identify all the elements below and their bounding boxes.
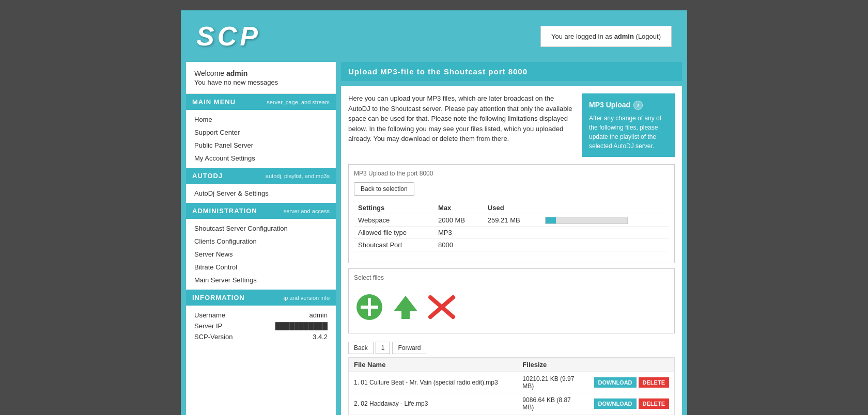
- welcome-box: Welcome admin You have no new messages: [186, 62, 336, 94]
- setting-filetype: Allowed file type: [354, 227, 434, 239]
- file-actions-cell: DOWNLOAD DELETE: [589, 393, 674, 414]
- page-title: Upload MP3-file to the Shoutcast port 80…: [348, 67, 528, 76]
- outer-wrapper: SCP You are logged in as admin (Logout) …: [0, 0, 868, 415]
- files-table-wrapper: File Name Filesize 1. 01 Culture Beat - …: [348, 357, 675, 415]
- upload-file-svg: [392, 293, 420, 321]
- menu-item-account[interactable]: My Account Settings: [186, 152, 336, 165]
- welcome-prefix: Welcome: [194, 69, 226, 77]
- logo: SCP: [196, 21, 261, 52]
- logout-link[interactable]: Logout: [638, 33, 659, 40]
- max-webspace: 2000 MB: [434, 214, 484, 227]
- file-actions-cell: DOWNLOAD DELETE: [589, 372, 674, 393]
- file-action-icons: [354, 286, 669, 328]
- bar-port: [541, 239, 669, 251]
- info-menu-label: INFORMATION: [192, 294, 245, 301]
- file-action-buttons: DOWNLOAD DELETE: [594, 398, 669, 409]
- setting-port: Shoutcast Port: [354, 239, 434, 251]
- info-value-serverip: ███████████: [275, 322, 328, 330]
- content-panel: Here you can upload your MP3 files, whic…: [341, 86, 682, 415]
- col-header-bar: [541, 202, 669, 214]
- files-table-header-row: File Name Filesize: [349, 358, 674, 372]
- setting-webspace: Webspace: [354, 214, 434, 227]
- info-label-serverip: Server IP: [194, 322, 222, 330]
- file-name-cell: 2. 02 Haddaway - Life.mp3: [349, 393, 517, 414]
- menu-item-shoutcast-config[interactable]: Shoutcast Server Configuration: [186, 222, 336, 235]
- delete-file-svg: [426, 293, 457, 321]
- menu-item-bitrate[interactable]: Bitrate Control: [186, 261, 336, 274]
- info-value-version: 3.4.2: [313, 333, 328, 341]
- table-row: Allowed file type MP3: [354, 227, 669, 239]
- select-files-title: Select files: [354, 274, 669, 281]
- top-description-area: Here you can upload your MP3 files, whic…: [341, 86, 682, 164]
- forward-button[interactable]: Forward: [392, 342, 426, 354]
- sidebar: Welcome admin You have no new messages M…: [186, 62, 336, 415]
- info-label-username: Username: [194, 311, 225, 319]
- mp3-upload-info-box: MP3 Upload i After any change of any of …: [582, 93, 675, 157]
- autodj-menu-header: AUTODJ autodj, playlist, and mp3s: [186, 168, 336, 184]
- svg-rect-2: [361, 306, 378, 309]
- mp3-info-title-text: MP3 Upload: [589, 100, 630, 110]
- col-header-actions: [589, 358, 674, 372]
- info-label-version: SCP-Version: [194, 333, 233, 341]
- select-files-box: Select files: [348, 268, 675, 333]
- delete-button[interactable]: DELETE: [639, 377, 669, 388]
- main-menu-header: MAIN MENU server, page, and stream: [186, 94, 336, 110]
- max-filetype: MP3: [434, 227, 484, 239]
- menu-item-public-panel[interactable]: Public Panel Server: [186, 139, 336, 152]
- settings-table: Settings Max Used Webspace 2000 MB: [354, 202, 669, 251]
- autodj-menu-items: AutoDj Server & Settings: [186, 184, 336, 203]
- download-button[interactable]: DOWNLOAD: [594, 377, 637, 388]
- file-size-cell: 9086.64 KB (8.87 MB): [517, 393, 588, 414]
- delete-file-icon[interactable]: [426, 292, 457, 323]
- mp3-info-body: After any change of any of the following…: [589, 114, 668, 151]
- col-header-filename: File Name: [349, 358, 517, 372]
- col-header-settings: Settings: [354, 202, 434, 214]
- upload-file-icon[interactable]: [390, 292, 421, 323]
- main-container: SCP You are logged in as admin (Logout) …: [181, 10, 687, 415]
- download-button[interactable]: DOWNLOAD: [594, 398, 637, 409]
- menu-item-autodj-settings[interactable]: AutoDj Server & Settings: [186, 187, 336, 200]
- table-row: Webspace 2000 MB 259.21 MB: [354, 214, 669, 227]
- login-status-box: You are logged in as admin (Logout): [540, 26, 672, 47]
- back-to-selection-button[interactable]: Back to selection: [354, 182, 414, 196]
- content-area: Welcome admin You have no new messages M…: [181, 62, 687, 415]
- admin-menu-items: Shoutcast Server Configuration Clients C…: [186, 219, 336, 290]
- table-row: 2. 02 Haddaway - Life.mp3 9086.64 KB (8.…: [349, 393, 674, 414]
- used-filetype: [484, 227, 541, 239]
- main-menu-label: MAIN MENU: [192, 98, 236, 106]
- menu-item-support[interactable]: Support Center: [186, 126, 336, 139]
- delete-button[interactable]: DELETE: [639, 398, 669, 409]
- menu-item-server-settings[interactable]: Main Server Settings: [186, 274, 336, 286]
- upload-section-title: MP3 Upload to the port 8000: [354, 170, 669, 177]
- login-status-text: You are logged in as: [551, 33, 614, 40]
- used-port: [484, 239, 541, 251]
- add-file-icon[interactable]: [354, 292, 385, 323]
- upload-section: MP3 Upload to the port 8000 Back to sele…: [348, 164, 675, 263]
- add-file-svg: [355, 293, 383, 321]
- main-menu-items: Home Support Center Public Panel Server …: [186, 110, 336, 168]
- page-1-button[interactable]: 1: [376, 342, 391, 354]
- col-header-max: Max: [434, 202, 484, 214]
- admin-menu-label: ADMINISTRATION: [192, 207, 257, 215]
- welcome-line2: You have no new messages: [194, 78, 328, 86]
- info-row-serverip: Server IP ███████████: [194, 321, 328, 331]
- info-section: Username admin Server IP ███████████ SCP…: [186, 306, 336, 346]
- table-row: 1. 01 Culture Beat - Mr. Vain (special r…: [349, 372, 674, 393]
- menu-item-home[interactable]: Home: [186, 113, 336, 126]
- menu-item-server-news[interactable]: Server News: [186, 248, 336, 261]
- progress-bar-fill: [546, 217, 556, 224]
- back-button[interactable]: Back: [348, 342, 374, 354]
- main-content: Upload MP3-file to the Shoutcast port 80…: [341, 62, 682, 415]
- progress-cell: [541, 214, 669, 227]
- info-row-version: SCP-Version 3.4.2: [194, 331, 328, 342]
- file-action-buttons: DOWNLOAD DELETE: [594, 377, 669, 388]
- info-value-username: admin: [309, 311, 328, 319]
- info-menu-header: INFORMATION ip and version info: [186, 290, 336, 306]
- progress-bar-container: [545, 217, 628, 224]
- admin-menu-header: ADMINISTRATION server and access: [186, 203, 336, 219]
- menu-item-clients-config[interactable]: Clients Configuration: [186, 235, 336, 248]
- col-header-used: Used: [484, 202, 541, 214]
- main-menu-sub: server, page, and stream: [267, 99, 330, 105]
- file-size-cell: 10210.21 KB (9.97 MB): [517, 372, 588, 393]
- autodj-menu-sub: autodj, playlist, and mp3s: [266, 173, 330, 179]
